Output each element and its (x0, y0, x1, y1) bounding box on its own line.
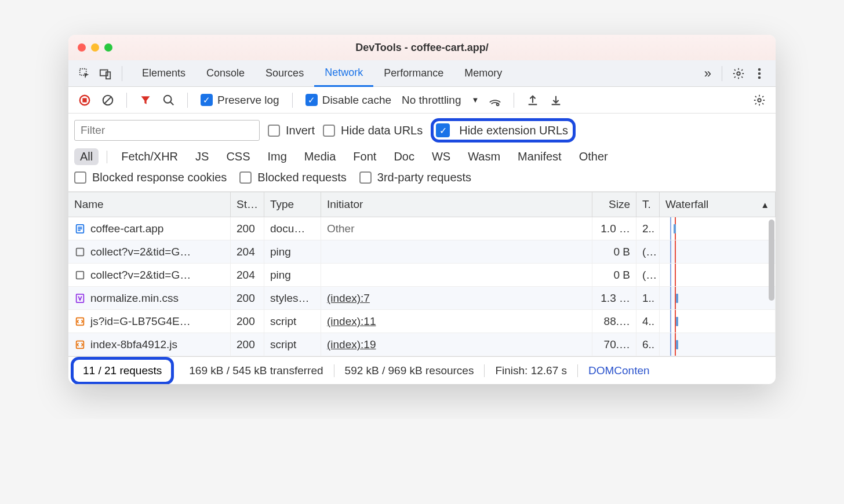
settings-icon[interactable] (730, 65, 747, 82)
separator (292, 93, 293, 108)
request-name: js?id=G-LB75G4E… (90, 315, 191, 328)
request-type: ping (264, 264, 321, 286)
third-party-requests-checkbox[interactable]: 3rd-party requests (359, 171, 471, 184)
invert-label: Invert (286, 124, 315, 137)
waterfall-marker-line (670, 217, 671, 240)
tab-elements[interactable]: Elements (132, 60, 196, 87)
domcontentloaded-time[interactable]: DOMConten (578, 364, 660, 377)
request-time: 4.. (636, 310, 660, 333)
main-toolbar: Elements Console Sources Network Perform… (68, 60, 776, 87)
column-initiator[interactable]: Initiator (321, 192, 592, 217)
waterfall-cell (660, 240, 776, 263)
tab-network[interactable]: Network (314, 60, 373, 87)
request-table-body: coffee-cart.app200docu…Other1.0 …2..coll… (68, 217, 776, 356)
type-filter-wasm[interactable]: Wasm (462, 148, 506, 165)
throttling-select[interactable]: No throttling ▼ (398, 94, 482, 107)
tab-console[interactable]: Console (196, 60, 255, 87)
blocked-response-cookies-checkbox[interactable]: Blocked response cookies (74, 171, 227, 184)
filter-input[interactable] (74, 120, 260, 141)
type-filter-font[interactable]: Font (347, 148, 382, 165)
blocked-requests-checkbox[interactable]: Blocked requests (239, 171, 346, 184)
network-toolbar: ✓ Preserve log ✓ Disable cache No thrott… (68, 87, 776, 114)
table-row[interactable]: index-8bfa4912.js200script(index):1970.…… (68, 333, 776, 356)
device-toolbar-icon[interactable] (97, 65, 114, 82)
type-filter-manifest[interactable]: Manifest (512, 148, 567, 165)
css-file-icon (74, 293, 86, 304)
js-file-icon (74, 339, 86, 350)
initiator-link[interactable]: (index):11 (327, 315, 376, 328)
initiator-text: Other (327, 222, 355, 235)
request-type: ping (264, 240, 321, 263)
initiator-link[interactable]: (index):7 (327, 292, 370, 305)
hide-extension-urls-checkbox[interactable]: ✓Hide extension URLs (436, 123, 568, 137)
clear-icon[interactable] (100, 92, 116, 108)
table-row[interactable]: normalize.min.css200styles…(index):71.3 … (68, 287, 776, 310)
type-filter-media[interactable]: Media (299, 148, 341, 165)
kebab-menu-icon[interactable] (751, 65, 767, 82)
column-type[interactable]: Type (264, 192, 321, 217)
table-row[interactable]: coffee-cart.app200docu…Other1.0 …2.. (68, 217, 776, 240)
column-waterfall-label: Waterfall (665, 198, 708, 211)
hide-extension-urls-label: Hide extension URLs (459, 124, 568, 137)
disable-cache-checkbox[interactable]: ✓ Disable cache (301, 94, 396, 107)
checkbox-icon (268, 125, 280, 137)
waterfall-bar (676, 340, 678, 349)
filter-icon[interactable] (137, 92, 154, 108)
column-waterfall[interactable]: Waterfall▲ (660, 192, 776, 217)
separator (722, 66, 722, 81)
table-row[interactable]: js?id=G-LB75G4E…200script(index):1188.…4… (68, 310, 776, 333)
separator (122, 66, 122, 81)
network-settings-icon[interactable] (751, 92, 767, 108)
more-tabs-icon[interactable]: » (700, 66, 716, 81)
type-filter-fetchxhr[interactable]: Fetch/XHR (115, 148, 184, 165)
hide-data-urls-checkbox[interactable]: Hide data URLs (323, 124, 423, 137)
finish-time: Finish: 12.67 s (485, 364, 578, 377)
waterfall-bar (676, 294, 678, 303)
type-filter-all[interactable]: All (74, 148, 99, 165)
tab-memory[interactable]: Memory (454, 60, 512, 87)
tab-performance[interactable]: Performance (373, 60, 454, 87)
request-time: 1.. (636, 287, 660, 309)
svg-point-14 (758, 98, 761, 102)
type-filter-doc[interactable]: Doc (388, 148, 420, 165)
hide-extension-urls-highlight: ✓Hide extension URLs (431, 118, 576, 143)
network-conditions-icon[interactable] (487, 92, 503, 108)
column-size[interactable]: Size (592, 192, 636, 217)
waterfall-load-line (675, 240, 676, 263)
column-time[interactable]: T. (636, 192, 660, 217)
inspect-element-icon[interactable] (77, 65, 93, 82)
type-filter-other[interactable]: Other (573, 148, 614, 165)
type-filter-img[interactable]: Img (262, 148, 293, 165)
svg-line-10 (104, 96, 112, 104)
column-name[interactable]: Name (68, 192, 231, 217)
request-type: script (264, 310, 321, 333)
type-filter-ws[interactable]: WS (426, 148, 456, 165)
sort-ascending-icon: ▲ (761, 200, 769, 210)
column-status[interactable]: St… (231, 192, 264, 217)
download-har-icon[interactable] (548, 92, 564, 108)
type-filter-js[interactable]: JS (190, 148, 214, 165)
svg-rect-8 (82, 98, 86, 102)
request-status: 200 (231, 217, 264, 240)
window-title: DevTools - coffee-cart.app/ (68, 42, 776, 54)
checkbox-icon (359, 171, 372, 184)
hide-data-urls-label: Hide data URLs (341, 124, 423, 137)
request-type: script (264, 333, 321, 356)
svg-point-3 (737, 72, 740, 75)
svg-point-6 (758, 76, 761, 79)
table-row[interactable]: collect?v=2&tid=G…204ping0 B(… (68, 264, 776, 287)
checkbox-checked-icon: ✓ (436, 123, 450, 137)
chevron-down-icon: ▼ (471, 96, 479, 104)
initiator-link[interactable]: (index):19 (327, 338, 376, 351)
record-icon[interactable] (77, 92, 93, 108)
request-size: 88.… (592, 310, 636, 333)
scrollbar[interactable] (769, 220, 774, 301)
request-name: index-8bfa4912.js (90, 338, 177, 351)
search-icon[interactable] (161, 92, 177, 108)
preserve-log-checkbox[interactable]: ✓ Preserve log (196, 94, 284, 107)
upload-har-icon[interactable] (525, 92, 541, 108)
type-filter-css[interactable]: CSS (220, 148, 256, 165)
table-row[interactable]: collect?v=2&tid=G…204ping0 B(… (68, 240, 776, 264)
tab-sources[interactable]: Sources (255, 60, 314, 87)
invert-checkbox[interactable]: Invert (268, 124, 315, 137)
